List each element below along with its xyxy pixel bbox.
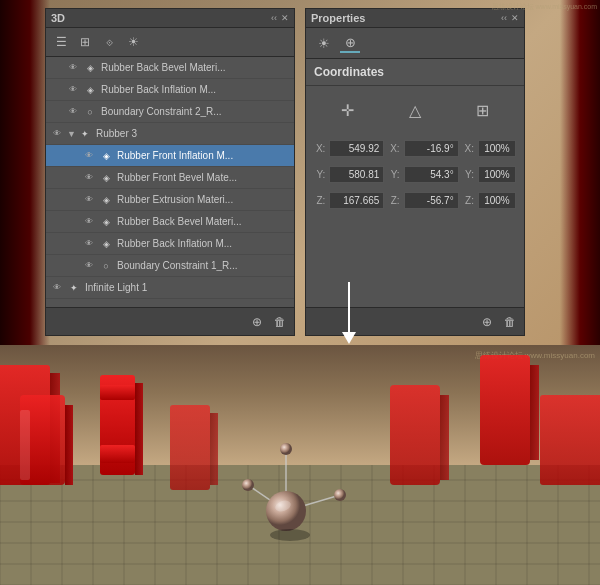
props-footer-add-icon[interactable]: ⊕ (478, 313, 496, 331)
list-item[interactable]: 👁 ◈ Rubber Front Bevel Mate... (46, 167, 294, 189)
props-section-title: Coordinates (306, 59, 524, 86)
item-label: Boundary Constraint 2_R... (101, 106, 290, 117)
y-rotation-input[interactable] (404, 166, 459, 183)
tab-sun-icon[interactable]: ☀ (314, 33, 334, 53)
list-item[interactable]: 👁 ◈ Rubber Back Inflation M... (46, 233, 294, 255)
panel-3d-toolbar: ☰ ⊞ ⟐ ☀ (46, 28, 294, 57)
list-item[interactable]: 👁 ◈ Rubber Back Inflation M... (46, 79, 294, 101)
visibility-icon[interactable]: 👁 (50, 281, 64, 295)
list-item[interactable]: 👁 ◈ Rubber Extrusion Materi... (46, 189, 294, 211)
material-icon: ◈ (99, 237, 113, 251)
z-label: Z: (314, 195, 325, 206)
material-icon: ◈ (99, 193, 113, 207)
item-label: Infinite Light 1 (85, 282, 290, 293)
z-rotation-input[interactable] (404, 192, 459, 209)
visibility-icon[interactable]: 👁 (82, 193, 96, 207)
y-rot-label: Y: (388, 169, 399, 180)
visibility-icon[interactable]: 👁 (66, 83, 80, 97)
panel-3d-title: 3D (51, 12, 65, 24)
props-coordinates: ✛ △ ⊞ X: X: X: Y: Y: Y: (306, 86, 524, 220)
list-item[interactable]: 👁 ◈ Rubber Back Bevel Materi... (46, 211, 294, 233)
item-label: Rubber Back Bevel Materi... (117, 216, 290, 227)
toolbar-list-icon[interactable]: ☰ (52, 33, 70, 51)
tab-coordinates-icon[interactable]: ⊕ (340, 33, 360, 53)
svg-rect-6 (100, 385, 135, 400)
x-position-input[interactable] (329, 140, 384, 157)
coord-row-x: X: X: X: (314, 140, 516, 157)
scene-right-letters (560, 0, 600, 345)
white-arrow (342, 282, 356, 344)
panel-3d: 3D ‹‹ ✕ ☰ ⊞ ⟐ ☀ 👁 ◈ Rubber Back Bevel Ma… (45, 8, 295, 336)
list-item[interactable]: 👁 ○ Boundary Constraint 1_R... (46, 255, 294, 277)
visibility-icon[interactable]: 👁 (82, 171, 96, 185)
light-icon: ✦ (67, 281, 81, 295)
toolbar-filter-icon[interactable]: ⟐ (100, 33, 118, 51)
footer-add-icon[interactable]: ⊕ (248, 313, 266, 331)
rotate-icon[interactable]: △ (399, 94, 431, 126)
constraint-icon: ○ (83, 105, 97, 119)
panel-3d-collapse[interactable]: ‹‹ (271, 13, 277, 23)
visibility-icon[interactable]: 👁 (82, 259, 96, 273)
props-title: Properties (311, 12, 365, 24)
y-label: Y: (314, 169, 325, 180)
svg-rect-15 (440, 395, 449, 480)
visibility-icon[interactable]: 👁 (82, 237, 96, 251)
arrow-line (348, 282, 350, 332)
footer-delete-icon[interactable]: 🗑 (271, 313, 289, 331)
list-item[interactable]: 👁 ✦ Infinite Light 1 (46, 277, 294, 299)
x-rot-label: X: (388, 143, 399, 154)
panel-3d-header: 3D ‹‹ ✕ (46, 9, 294, 28)
toolbar-bulb-icon[interactable]: ☀ (124, 33, 142, 51)
visibility-icon[interactable]: 👁 (50, 127, 64, 141)
item-label: Rubber Front Bevel Mate... (117, 172, 290, 183)
svg-rect-14 (390, 385, 440, 485)
item-label: Boundary Constraint 1_R... (117, 260, 290, 271)
visibility-icon[interactable]: 👁 (82, 215, 96, 229)
x-rotation-input[interactable] (404, 140, 459, 157)
top-section: 3D ‹‹ ✕ ☰ ⊞ ⟐ ☀ 👁 ◈ Rubber Back Bevel Ma… (0, 0, 600, 345)
scale-icon[interactable]: ⊞ (466, 94, 498, 126)
svg-rect-13 (210, 413, 218, 485)
x-scale-input[interactable] (478, 140, 516, 157)
move-icon[interactable]: ✛ (332, 94, 364, 126)
svg-rect-11 (540, 395, 600, 485)
props-close[interactable]: ✕ (511, 13, 519, 23)
item-label: Rubber Back Bevel Materi... (101, 62, 290, 73)
y-scale-input[interactable] (478, 166, 516, 183)
z-rot-label: Z: (388, 195, 399, 206)
svg-point-20 (280, 443, 292, 455)
coord-icons-row: ✛ △ ⊞ (314, 94, 516, 126)
constraint-icon: ○ (99, 259, 113, 273)
panel-3d-list: 👁 ◈ Rubber Back Bevel Materi... 👁 ◈ Rubb… (46, 57, 294, 300)
list-item[interactable]: 👁 ◈ Rubber Back Bevel Materi... (46, 57, 294, 79)
expand-icon[interactable]: ▼ (67, 129, 76, 139)
svg-rect-8 (135, 383, 143, 475)
z-position-input[interactable] (329, 192, 384, 209)
material-icon: ◈ (83, 61, 97, 75)
z-scale-input[interactable] (478, 192, 516, 209)
props-footer-delete-icon[interactable]: 🗑 (501, 313, 519, 331)
toolbar-grid-icon[interactable]: ⊞ (76, 33, 94, 51)
visibility-icon[interactable]: 👁 (66, 61, 80, 75)
list-item[interactable]: 👁 ◈ Rubber Front Inflation M... (46, 145, 294, 167)
z-scale-label: Z: (463, 195, 474, 206)
visibility-icon[interactable]: 👁 (66, 105, 80, 119)
panel-3d-footer: ⊕ 🗑 (46, 307, 294, 335)
scene-svg (0, 345, 600, 585)
y-position-input[interactable] (329, 166, 384, 183)
svg-point-22 (266, 491, 306, 531)
bottom-scene: 思练设计论坛 www.missyuan.com (0, 345, 600, 585)
group-icon: ✦ (78, 127, 92, 141)
item-label: Rubber Back Inflation M... (101, 84, 290, 95)
list-item-group[interactable]: 👁 ▼ ✦ Rubber 3 (46, 123, 294, 145)
list-item[interactable]: 👁 ○ Boundary Constraint 2_R... (46, 101, 294, 123)
watermark-top: 思练设计论坛 www.missyuan.com (492, 2, 597, 12)
item-label: Rubber Front Inflation M... (117, 150, 290, 161)
panel-3d-controls: ‹‹ ✕ (271, 13, 289, 23)
scene-left-letters (0, 0, 50, 345)
visibility-icon[interactable]: 👁 (82, 149, 96, 163)
x-scale-label: X: (463, 143, 474, 154)
props-collapse[interactable]: ‹‹ (501, 13, 507, 23)
panel-3d-close[interactable]: ✕ (281, 13, 289, 23)
material-icon: ◈ (83, 83, 97, 97)
